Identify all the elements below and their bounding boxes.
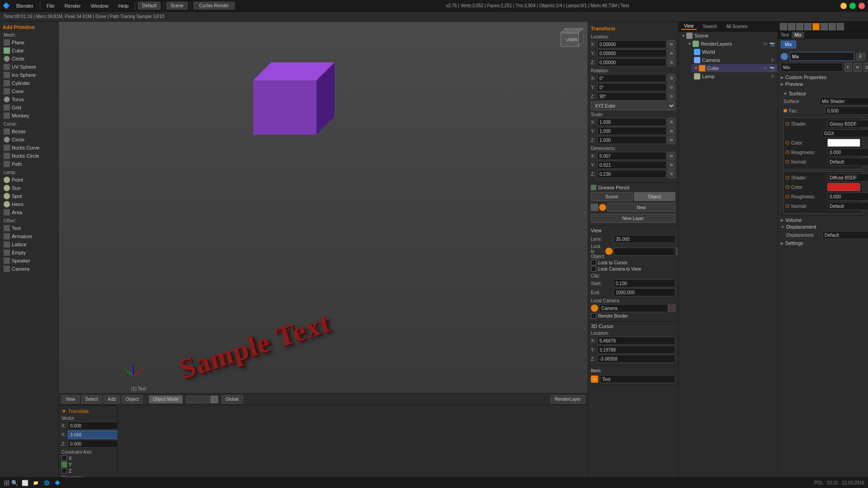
mesh-plane[interactable]: Plane (1, 38, 57, 47)
shader1-dot[interactable] (786, 122, 789, 126)
lock-camera-row[interactable]: Lock Camera to View (591, 266, 675, 272)
prop-tab-render[interactable] (780, 23, 787, 30)
mesh-uvsphere[interactable]: UV Sphere (1, 63, 57, 71)
taskbar-search[interactable]: 🔍 (11, 480, 18, 486)
custom-props-label[interactable]: Custom Properties (785, 75, 826, 80)
outliner-renderlayers[interactable]: ▼ RenderLayers 👁 📷 (685, 40, 778, 48)
other-speaker[interactable]: Speaker (1, 257, 57, 265)
cursor-z-input[interactable] (597, 355, 675, 363)
prop-tab-physics[interactable] (829, 23, 836, 30)
roughness2-dot[interactable] (786, 195, 789, 198)
taskbar-chrome[interactable]: 🌐 (44, 480, 49, 485)
mesh-grid[interactable]: Grid (1, 103, 57, 112)
constraint-z[interactable]: Z (61, 468, 114, 474)
render-engine[interactable]: Cycles Render (193, 2, 235, 9)
view-header[interactable]: View (591, 228, 675, 233)
viewport-shading-wire[interactable] (194, 396, 202, 403)
mesh-icosphere[interactable]: Ico Sphere (1, 71, 57, 79)
mesh-cube[interactable]: Cube (1, 47, 57, 55)
loc-x-copy[interactable]: ⧉ (667, 40, 675, 48)
color1-dot[interactable] (786, 141, 789, 145)
viewport-shading-solid[interactable] (186, 396, 193, 403)
prop-tab-scene[interactable] (788, 23, 795, 30)
normal2-input[interactable] (827, 202, 868, 210)
displacement-value-input[interactable] (822, 231, 868, 239)
constraint-y[interactable]: Y (61, 462, 114, 467)
mesh-monkey[interactable]: Monkey (1, 112, 57, 120)
color1-swatch[interactable] (827, 139, 860, 147)
lamp-point[interactable]: Point (1, 176, 57, 184)
taskbar-blender[interactable]: 🔷 (55, 480, 60, 485)
maximize-button[interactable] (849, 3, 856, 9)
outliner-lamp[interactable]: Lamp 👁 (691, 72, 778, 80)
view-menu-btn[interactable]: View (61, 395, 80, 404)
scale-x-copy[interactable]: ⧉ (667, 118, 675, 126)
prop-tab-constraints[interactable] (837, 23, 844, 30)
dim-z-input[interactable] (597, 170, 666, 178)
lock-to-cursor-row[interactable]: Lock to Cursor (591, 260, 675, 265)
loc-y-copy[interactable]: ⧉ (667, 49, 675, 57)
item-title[interactable]: Item (591, 368, 675, 373)
object-mode-btn[interactable]: Object Mode (149, 395, 183, 404)
loc-z-copy[interactable]: ⧉ (667, 58, 675, 66)
render-border-row[interactable]: Render Border (591, 313, 675, 319)
curve-circle[interactable]: Circle (1, 136, 57, 144)
menu-file[interactable]: File (43, 2, 58, 9)
active-slot[interactable]: Mix (781, 41, 796, 48)
normal1-dot[interactable] (786, 160, 789, 164)
camera-clear-btn[interactable]: ✕ (668, 305, 675, 312)
mesh-circle[interactable]: Circle (1, 55, 57, 63)
color2-dot[interactable] (786, 185, 789, 189)
transform-title[interactable]: Transform (591, 24, 675, 33)
object-menu-btn[interactable]: Object (122, 395, 143, 404)
prop-tab-particles[interactable] (821, 23, 828, 30)
select-menu-btn[interactable]: Select (81, 395, 102, 404)
rot-z-input[interactable] (597, 92, 666, 100)
node-name-input[interactable] (781, 63, 843, 72)
menu-render[interactable]: Render (61, 2, 85, 9)
mat-name-input[interactable] (790, 52, 854, 61)
dim-y-input[interactable] (597, 161, 666, 169)
node-data-btn[interactable]: Data (863, 63, 868, 72)
dim-x-copy[interactable]: ⧉ (667, 152, 675, 160)
clip-end-input[interactable] (613, 288, 675, 296)
rot-y-input[interactable] (597, 83, 666, 91)
roughness2-input[interactable] (827, 192, 868, 201)
camera-eye-icon[interactable]: 👁 (770, 58, 775, 63)
constraint-x[interactable]: X (61, 455, 114, 461)
other-lattice[interactable]: Lattice (1, 240, 57, 249)
gp-new-btn[interactable]: New (607, 203, 675, 212)
displacement-row[interactable]: ▼ Displacement (781, 224, 865, 230)
cursor-title[interactable]: 3D Cursor (591, 324, 675, 329)
roughness1-input[interactable] (827, 148, 868, 156)
normal2-dot[interactable] (786, 204, 789, 208)
outliner-tab-search[interactable]: Search (700, 23, 720, 29)
shader2-dot[interactable] (786, 176, 789, 179)
rot-y-copy[interactable]: ⧉ (667, 83, 675, 91)
lamp-hemi[interactable]: Hemi (1, 200, 57, 208)
shader1-type-input[interactable] (822, 129, 868, 137)
fac-input[interactable] (825, 107, 868, 115)
color2-swatch[interactable] (827, 183, 860, 191)
normal1-input[interactable] (827, 158, 868, 166)
mesh-cone[interactable]: Cone (1, 87, 57, 95)
loc-x-input[interactable] (597, 40, 666, 48)
gp-checkbox[interactable] (591, 185, 596, 190)
curve-nurbs[interactable]: Nurbs Curve (1, 144, 57, 152)
prop-tab-material[interactable] (812, 23, 820, 30)
outliner-tab-view[interactable]: View (681, 23, 697, 30)
lamp-sun[interactable]: Sun (1, 184, 57, 192)
fac-dot[interactable] (783, 109, 787, 113)
shader1-input[interactable] (827, 120, 868, 128)
lamp-eye-icon[interactable]: 👁 (770, 74, 775, 79)
surface-header[interactable]: Surface (783, 90, 863, 97)
other-camera[interactable]: Camera (1, 265, 57, 273)
add-menu-btn[interactable]: Add (104, 395, 120, 404)
rot-x-copy[interactable]: ⧉ (667, 74, 675, 82)
outliner-camera[interactable]: Camera 👁 (691, 56, 778, 64)
outliner-tab-scenes[interactable]: All Scenes (723, 23, 750, 29)
view-cube[interactable]: USER (556, 26, 583, 53)
outliner-scene[interactable]: ▼ Scene (679, 32, 778, 40)
pivot-btn[interactable]: Global (222, 395, 243, 404)
settings-row[interactable]: ▶ Settings (781, 240, 865, 246)
